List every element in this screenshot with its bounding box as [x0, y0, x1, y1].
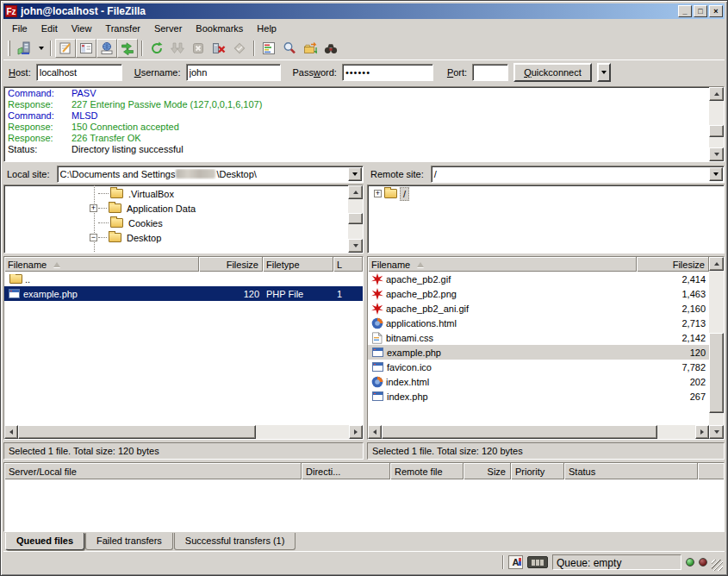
- tree-item[interactable]: −Desktop: [4, 230, 348, 245]
- tree-expander-minus[interactable]: −: [90, 234, 97, 241]
- tree-item[interactable]: Cookies: [4, 216, 348, 230]
- refresh-button[interactable]: [146, 39, 167, 58]
- local-tree-vertical-scrollbar[interactable]: [348, 185, 363, 253]
- queue-column-server-local-file[interactable]: Server/Local file: [4, 463, 302, 479]
- scroll-up-button[interactable]: [709, 87, 724, 101]
- menu-view[interactable]: View: [65, 21, 99, 36]
- title-bar[interactable]: Fz john@localhost - FileZilla _ □ ×: [3, 3, 725, 19]
- speed-limit-indicator-icon[interactable]: [527, 556, 548, 568]
- menu-bookmarks[interactable]: Bookmarks: [189, 21, 250, 36]
- file-row-selected[interactable]: example.php 120 PHP File 1: [4, 286, 363, 301]
- column-header-filesize[interactable]: Filesize: [637, 257, 709, 272]
- scroll-up-button[interactable]: [709, 257, 724, 271]
- queue-column-direction[interactable]: Directi...: [302, 463, 390, 479]
- scroll-right-button[interactable]: [349, 425, 363, 439]
- file-row[interactable]: index.html 202: [368, 374, 709, 389]
- reconnect-button[interactable]: [229, 39, 250, 58]
- disconnect-button[interactable]: [208, 39, 229, 58]
- cancel-operation-button[interactable]: [188, 39, 208, 58]
- tree-item[interactable]: .VirtualBox: [4, 186, 348, 201]
- scroll-thumb[interactable]: [18, 425, 256, 439]
- local-list-rows: .. example.php 120 PHP File 1: [4, 272, 363, 425]
- remote-site-combo[interactable]: /: [431, 166, 725, 183]
- close-button[interactable]: ×: [709, 5, 723, 17]
- scroll-up-button[interactable]: [348, 185, 363, 199]
- tree-expander-plus[interactable]: +: [374, 190, 382, 197]
- tree-item[interactable]: +/: [368, 186, 724, 201]
- file-row[interactable]: favicon.ico 7,782: [368, 360, 709, 374]
- file-row[interactable]: bitnami.css 2,142: [368, 330, 709, 345]
- tree-item[interactable]: +Application Data: [4, 201, 348, 216]
- tab-failed-transfers[interactable]: Failed transfers: [85, 533, 173, 550]
- toggle-message-log-button[interactable]: [55, 39, 76, 58]
- tree-expander-plus[interactable]: +: [90, 204, 97, 212]
- find-files-button[interactable]: [279, 39, 300, 58]
- username-input[interactable]: [186, 64, 281, 81]
- file-row[interactable]: apache_pb2_ani.gif 2,160: [368, 301, 709, 316]
- site-manager-button[interactable]: [13, 39, 35, 58]
- file-row[interactable]: apache_pb2.gif 2,414: [368, 272, 709, 286]
- local-path: C:\Documents and Settings\Desktop\: [58, 169, 347, 179]
- queue-column-size[interactable]: Size: [464, 463, 511, 479]
- filter-button[interactable]: [320, 39, 341, 58]
- toggle-remote-tree-button[interactable]: [96, 39, 117, 58]
- menu-edit[interactable]: Edit: [34, 21, 65, 36]
- scroll-down-button[interactable]: [709, 147, 724, 161]
- column-header-filename[interactable]: Filename: [4, 257, 199, 272]
- scroll-right-button[interactable]: [695, 425, 709, 439]
- queue-column-priority[interactable]: Priority: [511, 463, 564, 479]
- synchronized-browsing-button[interactable]: [300, 39, 320, 58]
- tab-successful-transfers[interactable]: Successful transfers (1): [174, 533, 296, 550]
- menu-help[interactable]: Help: [250, 21, 283, 36]
- window-title: john@localhost - FileZilla: [21, 5, 678, 17]
- scroll-thumb[interactable]: [348, 213, 363, 225]
- process-queue-button[interactable]: [167, 39, 188, 58]
- queue-column-remote-file[interactable]: Remote file: [390, 463, 464, 479]
- column-header-filetype[interactable]: Filetype: [263, 257, 333, 272]
- file-row[interactable]: applications.html 2,713: [368, 316, 709, 330]
- maximize-button[interactable]: □: [694, 5, 707, 17]
- column-header-filename[interactable]: Filename: [368, 257, 637, 272]
- queue-body[interactable]: [4, 479, 724, 531]
- log-vertical-scrollbar[interactable]: [709, 87, 724, 161]
- password-input[interactable]: [342, 64, 433, 81]
- queue-column-status[interactable]: Status: [564, 463, 698, 479]
- column-header-filesize[interactable]: Filesize: [199, 257, 263, 272]
- quickconnect-button[interactable]: Quickconnect: [513, 63, 592, 82]
- scroll-left-button[interactable]: [4, 425, 18, 439]
- scroll-thumb[interactable]: [709, 125, 724, 137]
- toggle-transfer-queue-button[interactable]: [117, 39, 138, 58]
- file-row-parent-dir[interactable]: ..: [4, 272, 363, 286]
- remote-site-dropdown-button[interactable]: [709, 167, 723, 181]
- remote-list-horizontal-scrollbar[interactable]: [368, 425, 709, 439]
- php-file-icon: [9, 289, 20, 298]
- menu-server[interactable]: Server: [147, 21, 189, 36]
- menu-transfer[interactable]: Transfer: [98, 21, 147, 36]
- scroll-thumb[interactable]: [709, 333, 724, 413]
- tab-queued-files[interactable]: Queued files: [5, 533, 84, 550]
- menu-file[interactable]: File: [5, 21, 34, 36]
- queue-tabs: Queued files Failed transfers Successful…: [3, 532, 725, 551]
- site-manager-dropdown[interactable]: [35, 39, 47, 58]
- column-header-lastmodified[interactable]: L: [333, 257, 363, 272]
- file-row[interactable]: index.php 267: [368, 389, 709, 404]
- local-site-combo[interactable]: C:\Documents and Settings\Desktop\: [57, 166, 364, 183]
- transfer-type-indicator-icon[interactable]: A: [508, 555, 523, 569]
- remote-list-vertical-scrollbar[interactable]: [709, 257, 724, 439]
- port-input[interactable]: [472, 64, 508, 81]
- scroll-down-button[interactable]: [348, 239, 363, 253]
- local-list-horizontal-scrollbar[interactable]: [4, 425, 363, 439]
- toggle-local-tree-button[interactable]: [76, 39, 96, 58]
- local-site-dropdown-button[interactable]: [348, 167, 362, 181]
- directory-comparison-button[interactable]: [258, 39, 279, 58]
- sort-ascending-icon: [417, 262, 424, 267]
- scroll-left-button[interactable]: [368, 425, 382, 439]
- minimize-button[interactable]: _: [678, 5, 692, 17]
- host-input[interactable]: [36, 64, 122, 81]
- file-row[interactable]: apache_pb2.png 1,463: [368, 286, 709, 301]
- resize-grip[interactable]: [712, 560, 723, 571]
- scroll-thumb[interactable]: [382, 425, 657, 439]
- file-row-selected[interactable]: example.php 120: [368, 345, 709, 360]
- scroll-down-button[interactable]: [709, 425, 724, 439]
- quickconnect-dropdown[interactable]: [597, 63, 611, 82]
